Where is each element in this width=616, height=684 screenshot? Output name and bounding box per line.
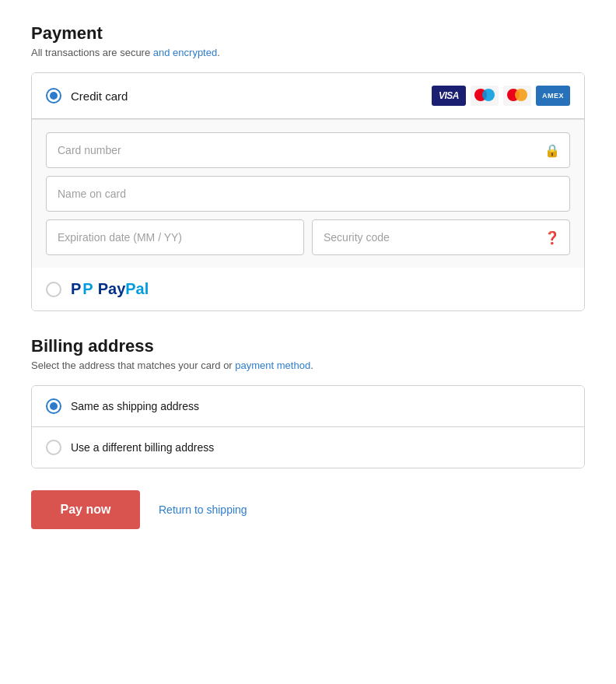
- subtitle-end: .: [217, 47, 220, 58]
- maestro-logo: [471, 86, 499, 106]
- expiration-wrapper: [46, 219, 304, 255]
- security-code-wrapper: ❓: [312, 219, 570, 255]
- credit-card-fields: 🔒 ❓: [32, 119, 584, 268]
- billing-different-label: Use a different billing address: [71, 441, 214, 454]
- payment-subtitle: All transactions are secure and encrypte…: [31, 47, 585, 58]
- billing-subtitle-plain: Select the address that matches your car…: [31, 360, 235, 371]
- credit-card-option[interactable]: Credit card VISA AMEX: [32, 73, 584, 119]
- card-number-wrapper: 🔒: [46, 132, 570, 168]
- lock-icon: 🔒: [544, 143, 560, 158]
- billing-subtitle-end: .: [310, 360, 313, 371]
- billing-same-label: Same as shipping address: [71, 400, 199, 412]
- payment-methods-container: Credit card VISA AMEX: [31, 72, 585, 311]
- credit-card-left: Credit card: [46, 88, 128, 103]
- maestro-circles: [474, 89, 495, 103]
- amex-logo: AMEX: [536, 86, 570, 106]
- paypal-option[interactable]: PP PayPal: [32, 268, 584, 310]
- billing-same-radio[interactable]: [46, 398, 61, 414]
- billing-subtitle-highlight: payment method: [235, 360, 310, 371]
- credit-card-header: Credit card VISA AMEX: [46, 86, 570, 106]
- card-logos-group: VISA AMEX: [432, 86, 570, 106]
- billing-option-different-content: Use a different billing address: [46, 440, 570, 455]
- paypal-icon-p1: P: [71, 280, 81, 298]
- mastercard-circles: [507, 89, 527, 103]
- paypal-radio[interactable]: [46, 282, 61, 297]
- expiration-field: [46, 219, 304, 255]
- subtitle-highlight: and encrypted: [153, 47, 217, 58]
- billing-subtitle: Select the address that matches your car…: [31, 360, 585, 371]
- billing-option-same-content: Same as shipping address: [46, 398, 570, 414]
- help-icon[interactable]: ❓: [544, 230, 560, 245]
- expiration-input[interactable]: [47, 220, 303, 254]
- billing-different-radio[interactable]: [46, 440, 61, 455]
- credit-card-label: Credit card: [71, 89, 128, 103]
- billing-options-container: Same as shipping address Use a different…: [31, 385, 585, 468]
- expiry-security-row: ❓: [46, 219, 570, 255]
- billing-option-same[interactable]: Same as shipping address: [32, 386, 584, 427]
- paypal-text-pay: Pay: [98, 280, 126, 297]
- subtitle-plain: All transactions are secure: [31, 47, 153, 58]
- mc-circle-orange: [515, 89, 527, 101]
- action-row: Pay now Return to shipping: [31, 490, 585, 529]
- billing-title: Billing address: [31, 336, 585, 356]
- name-on-card-row: [46, 176, 570, 212]
- visa-logo: VISA: [432, 86, 466, 106]
- billing-option-different[interactable]: Use a different billing address: [32, 427, 584, 468]
- paypal-left: PP PayPal: [46, 280, 570, 298]
- paypal-text-pal: Pal: [125, 280, 149, 297]
- card-number-input[interactable]: [47, 133, 569, 167]
- credit-card-radio[interactable]: [46, 88, 61, 103]
- card-number-row: 🔒: [46, 132, 570, 168]
- paypal-logo: PP PayPal: [71, 280, 149, 298]
- name-on-card-wrapper: [46, 176, 570, 212]
- payment-title: Payment: [31, 23, 585, 44]
- name-on-card-input[interactable]: [47, 177, 569, 211]
- security-code-input[interactable]: [313, 220, 569, 254]
- security-code-field: ❓: [312, 219, 570, 255]
- return-to-shipping-link[interactable]: Return to shipping: [159, 503, 247, 516]
- billing-section: Billing address Select the address that …: [31, 336, 585, 468]
- mastercard-logo: [503, 86, 531, 106]
- paypal-icon-p2: P: [82, 280, 93, 298]
- pay-now-button[interactable]: Pay now: [31, 490, 140, 529]
- maestro-circle-blue: [482, 89, 495, 101]
